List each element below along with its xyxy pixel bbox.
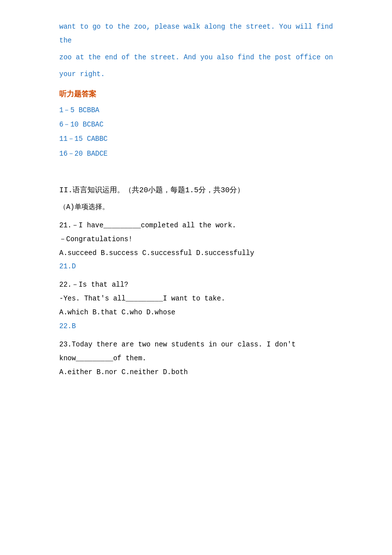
q22-line-1: 22.－Is that all? [59,278,348,292]
intro-line-1: want to go to the zoo, please walk along… [59,20,348,47]
question-23: 23.Today there are two new students in o… [59,338,348,379]
answer-6-10: 6－10 BCBAC [59,119,348,131]
answer-11-15: 11－15 CABBC [59,133,348,145]
question-21: 21.－I have_________completed all the wor… [59,218,348,273]
q23-line-1: 23.Today there are two new students in o… [59,338,348,351]
listening-answers-section: 听力题答案 1－5 BCBBA 6－10 BCBAC 11－15 CABBC 1… [59,88,348,160]
section-ii: II.语言知识运用。（共20小题，每题1.5分，共30分） （A)单项选择。 [59,184,348,213]
intro-paragraph: want to go to the zoo, please walk along… [59,20,348,81]
intro-line-2: zoo at the end of the street. And you al… [59,50,348,64]
intro-line-3: your right. [59,67,348,81]
answer-16-20: 16－20 BADCE [59,148,348,160]
q23-options: A.either B.nor C.neither D.both [59,366,348,379]
sub-section-a-header: （A)单项选择。 [59,201,348,213]
q22-answer: 22.B [59,320,348,333]
q22-line-2: -Yes. That's all_________I want to take. [59,292,348,305]
q21-line-1: 21.－I have_________completed all the wor… [59,218,348,232]
answer-1-5: 1－5 BCBBA [59,104,348,117]
q23-line-2: know_________of them. [59,351,348,365]
section-ii-header: II.语言知识运用。（共20小题，每题1.5分，共30分） [59,184,348,197]
q21-line-2: －Congratulations! [59,232,348,246]
q21-options: A.succeed B.success C.successful D.succe… [59,247,348,259]
q22-options: A.which B.that C.who D.whose [59,306,348,319]
listening-section-title: 听力题答案 [59,88,348,101]
q21-answer: 21.D [59,260,348,273]
question-22: 22.－Is that all? -Yes. That's all_______… [59,278,348,332]
